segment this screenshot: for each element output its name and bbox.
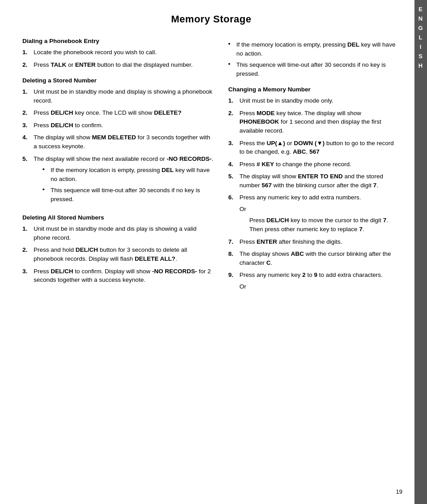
bold-delch: DEL/CH	[51, 109, 73, 116]
section-deleteall-heading: Deleting All Stored Numbers	[22, 214, 215, 221]
bold-mode: MODE	[256, 110, 275, 116]
section-changing-heading: Changing a Memory Number	[228, 86, 400, 93]
list-item: Press any numeric key to add extra numbe…	[228, 193, 400, 233]
bold-c: C	[266, 259, 271, 266]
list-item-text: Press DEL/CH to confirm. Display will sh…	[34, 267, 215, 284]
deleteall-list: Unit must be in standby mode and dis pla…	[22, 224, 215, 284]
list-item: The display will show the next available…	[22, 155, 215, 207]
bold-delete: DELETE?	[154, 109, 182, 116]
list-item: Press DEL/CH to confirm.	[22, 121, 215, 130]
list-item-text: Unit must be in standby mode and dis pla…	[34, 224, 215, 242]
bold-norecords2: -NO RECORDS-	[152, 268, 197, 275]
deleting-list: Unit must be in standby mode and display…	[22, 87, 215, 206]
list-item-text: Press # KEY to change the phone record.	[239, 160, 400, 169]
list-item-text: Press TALK or ENTER button to dial the d…	[34, 60, 215, 69]
list-item: Press any numeric key 2 to 9 to add extr…	[228, 271, 400, 293]
list-item-text: The display shows ABC with the cursor bl…	[239, 250, 400, 267]
list-item-text: Press the UP(▲) or DOWN (▼) button to go…	[239, 139, 400, 156]
list-item: Press # KEY to change the phone record.	[228, 160, 400, 169]
bold-del-r: DEL	[347, 41, 359, 48]
bullet-item: This sequence will time-out after 30 sec…	[43, 186, 215, 203]
bold-enter: ENTER	[75, 61, 96, 68]
or-text: Or	[239, 205, 400, 214]
bold-delch4: DEL/CH	[51, 268, 73, 275]
page-title: Memory Storage	[22, 13, 400, 25]
bold-memdeleted: MEM DELETED	[92, 134, 136, 141]
bold-del: DEL	[162, 167, 174, 173]
list-item-text: Press MODE key twice. The display will s…	[239, 109, 400, 135]
list-item-text: Press ENTER after finishing the digits.	[239, 237, 400, 246]
top-bullets: If the memory location is empty, pressin…	[228, 40, 400, 78]
sidebar-letter-i: I	[420, 43, 422, 50]
list-item: Press and hold DEL/CH button for 3 secon…	[22, 246, 215, 263]
sidebar-letter-s: S	[418, 53, 423, 60]
content-columns: Dialing a Phonebook Entry Locate the pho…	[22, 38, 400, 297]
bullet-text: This sequence will time-out after 30 sec…	[236, 60, 400, 78]
bold-norecords: -NO RECORDS-	[167, 155, 212, 162]
list-item-text: Unit must be in standby mode and display…	[34, 87, 215, 105]
list-item: The display will show MEM DELETED for 3 …	[22, 133, 215, 151]
dialing-list: Locate the phonebook record you wish to …	[22, 48, 215, 69]
list-item: Press MODE key twice. The display will s…	[228, 109, 400, 135]
bold-delch2: DEL/CH	[51, 122, 73, 129]
sidebar-tab: E N G L I S H	[414, 0, 427, 504]
sidebar-letter-n: N	[418, 15, 423, 22]
list-item: Press ENTER after finishing the digits.	[228, 237, 400, 246]
bold-deleteall: DELETE ALL?	[135, 255, 175, 262]
bold-hashkey: # KEY	[256, 161, 274, 168]
bullet-item: This sequence will time-out after 30 sec…	[228, 60, 400, 78]
section-deleting-heading: Deleting a Stored Number	[22, 77, 215, 84]
bold-delch5: DEL/CH	[266, 217, 289, 224]
list-item: Press DEL/CH key once. The LCD will show…	[22, 108, 215, 117]
bullet-list: If the memory location is empty, pressin…	[43, 166, 215, 203]
list-item: Press DEL/CH to confirm. Display will sh…	[22, 267, 215, 284]
list-item: Unit must be in standby mode only.	[228, 96, 400, 105]
bold-9: 9	[314, 271, 318, 278]
list-item: Press TALK or ENTER button to dial the d…	[22, 60, 215, 69]
list-item-text: Press and hold DEL/CH button for 3 secon…	[34, 246, 215, 263]
bold-entertoend: ENTER TO END	[298, 173, 343, 180]
list-item: Press the UP(▲) or DOWN (▼) button to go…	[228, 139, 400, 156]
bold-enter2: ENTER	[256, 238, 277, 245]
list-item-text: Press DEL/CH key once. The LCD will show…	[34, 108, 215, 117]
list-item: Locate the phonebook record you wish to …	[22, 48, 215, 57]
bold-down: DOWN (▼)	[294, 140, 325, 146]
bold-567: 567	[309, 148, 320, 155]
bullet-item: If the memory location is empty, pressin…	[43, 166, 215, 183]
page-container: Memory Storage Dialing a Phonebook Entry…	[0, 0, 427, 504]
sidebar-letter-h: H	[418, 62, 423, 69]
bold-7: 7	[373, 182, 377, 189]
bold-up: UP(▲)	[267, 140, 285, 146]
sidebar-letter-l: L	[419, 34, 423, 41]
bullet-item: If the memory location is empty, pressin…	[228, 40, 400, 58]
list-item: Unit must be in standby mode and display…	[22, 87, 215, 105]
bold-delch3: DEL/CH	[76, 246, 98, 253]
list-item-text: The display will show MEM DELETED for 3 …	[34, 133, 215, 151]
bold-abc2: ABC	[291, 250, 304, 257]
left-column: Dialing a Phonebook Entry Locate the pho…	[22, 38, 215, 297]
list-item-text: Unit must be in standby mode only.	[239, 96, 400, 105]
bold-7-2: 7	[383, 217, 387, 224]
sidebar-letter-e: E	[418, 6, 423, 13]
bold-abc: ABC	[293, 148, 306, 155]
list-item-text: Press any numeric key to add extra numbe…	[239, 193, 400, 233]
list-item-text: The display will show the next available…	[34, 155, 215, 207]
page-number: 19	[396, 488, 402, 495]
sidebar-letter-g: G	[418, 25, 423, 31]
list-item: Unit must be in standby mode and dis pla…	[22, 224, 215, 242]
list-item-text: Press any numeric key 2 to 9 to add extr…	[239, 271, 400, 293]
list-item-text: Press DEL/CH to confirm.	[34, 121, 215, 130]
bullet-text: This sequence will time-out after 30 sec…	[51, 186, 215, 203]
list-item: The display will show ENTER TO END and t…	[228, 172, 400, 190]
or-text-2: Or	[239, 282, 400, 291]
list-item-text: The display will show ENTER TO END and t…	[239, 172, 400, 190]
section-dialing-heading: Dialing a Phonebook Entry	[22, 38, 215, 44]
right-column: If the memory location is empty, pressin…	[228, 38, 400, 297]
indent-text: Press DEL/CH key to move the cursor to t…	[249, 216, 400, 233]
changing-list: Unit must be in standby mode only. Press…	[228, 96, 400, 293]
bullet-text: If the memory location is empty, pressin…	[236, 40, 400, 58]
bullet-text: If the memory location is empty, pressin…	[51, 166, 215, 183]
bold-2: 2	[302, 271, 306, 278]
list-item: The display shows ABC with the cursor bl…	[228, 250, 400, 267]
bold-567-2: 567	[262, 182, 272, 189]
